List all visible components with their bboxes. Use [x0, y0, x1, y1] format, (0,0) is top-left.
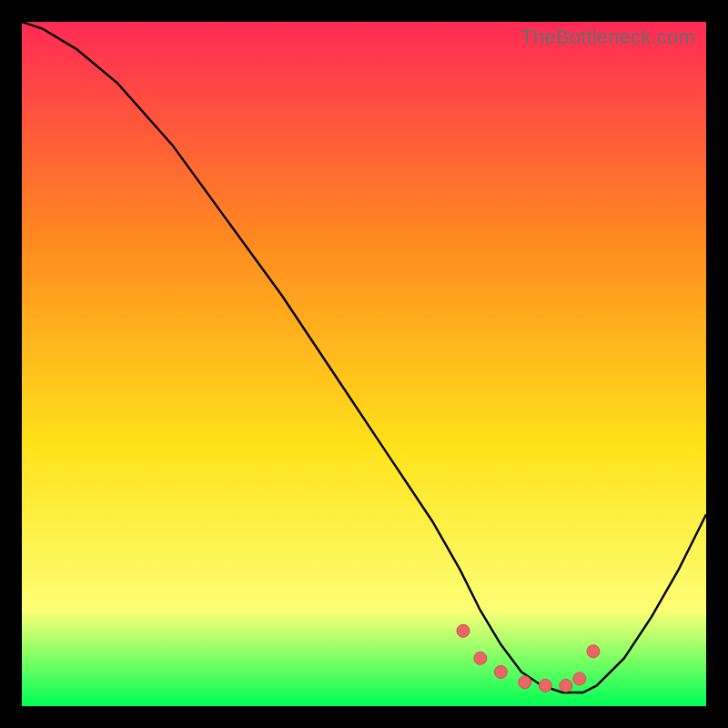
marker-dot — [474, 652, 487, 664]
chart-frame: TheBottleneck.com — [22, 22, 706, 706]
gradient-background — [22, 22, 706, 706]
bottleneck-chart — [22, 22, 706, 706]
marker-dot — [587, 645, 600, 658]
marker-dot — [573, 672, 586, 685]
marker-dot — [539, 679, 551, 692]
marker-dot — [494, 665, 507, 678]
marker-dot — [457, 624, 470, 637]
marker-dot — [560, 679, 572, 692]
marker-dot — [519, 676, 531, 689]
watermark-text: TheBottleneck.com — [521, 25, 695, 49]
